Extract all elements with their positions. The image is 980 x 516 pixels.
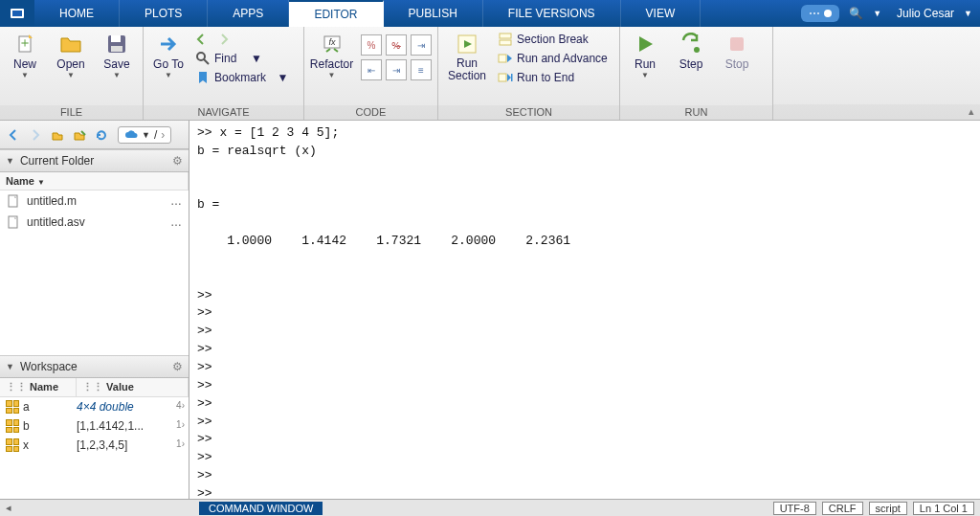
svg-rect-11 bbox=[500, 34, 511, 38]
svg-text:fx: fx bbox=[328, 37, 336, 47]
workspace-var-list: a4×4 double4›b[1,1.4142,1...1›x[1,2,3,4,… bbox=[0, 397, 189, 480]
cloud-path[interactable]: ▼ / › bbox=[118, 126, 171, 144]
nav-refresh-icon[interactable] bbox=[92, 125, 111, 145]
file-row[interactable]: untitled.m… bbox=[0, 191, 189, 212]
command-window[interactable]: >> x = [1 2 3 4 5]; b = realsqrt (x) b =… bbox=[189, 121, 980, 499]
code-btn-5[interactable]: ⇥ bbox=[386, 59, 407, 80]
tab-publish[interactable]: PUBLISH bbox=[384, 0, 483, 27]
tab-apps[interactable]: APPS bbox=[208, 0, 289, 27]
ribbon-collapse-icon[interactable]: ▴ bbox=[969, 105, 974, 117]
tab-home[interactable]: HOME bbox=[34, 0, 120, 27]
search-icon[interactable]: 🔍 bbox=[849, 7, 863, 20]
svg-rect-15 bbox=[511, 74, 513, 81]
svg-rect-12 bbox=[500, 40, 511, 45]
tab-plots[interactable]: PLOTS bbox=[120, 0, 208, 27]
variable-icon bbox=[6, 419, 19, 433]
svg-rect-17 bbox=[730, 37, 744, 51]
nav-forward-icon[interactable] bbox=[26, 125, 45, 145]
svg-rect-14 bbox=[499, 74, 506, 81]
goto-button[interactable]: Go To▼ bbox=[149, 31, 188, 81]
code-btn-3[interactable]: ⇥ bbox=[411, 34, 432, 56]
status-bar: ◂ COMMAND WINDOW UTF-8 CRLF script Ln 1 … bbox=[0, 499, 980, 516]
variable-icon bbox=[6, 438, 19, 452]
var-value: 4×4 double bbox=[77, 400, 169, 414]
status-position[interactable]: Ln 1 Col 1 bbox=[913, 502, 974, 515]
open-button[interactable]: Open▼ bbox=[52, 31, 90, 81]
code-btn-6[interactable]: ≡ bbox=[411, 59, 432, 80]
find-button[interactable]: Find ▼ bbox=[195, 50, 288, 67]
var-name: x bbox=[23, 438, 29, 452]
workspace-row[interactable]: a4×4 double4› bbox=[0, 397, 189, 416]
status-eol[interactable]: CRLF bbox=[822, 502, 863, 515]
collapse-icon[interactable]: ▼ bbox=[6, 156, 14, 166]
svg-rect-1 bbox=[12, 11, 22, 16]
svg-text:＋: ＋ bbox=[18, 34, 32, 50]
svg-point-16 bbox=[694, 47, 700, 53]
run-section-button[interactable]: Run Section bbox=[444, 31, 490, 84]
user-dropdown[interactable]: ▼ bbox=[964, 9, 972, 18]
var-name: a bbox=[23, 400, 30, 414]
variable-icon bbox=[6, 400, 19, 414]
workspace-header[interactable]: ▼ Workspace ⚙ bbox=[0, 355, 189, 378]
var-name: b bbox=[23, 419, 30, 433]
search-dropdown[interactable]: ▼ bbox=[873, 9, 881, 18]
nav-folder-icon[interactable] bbox=[70, 125, 89, 145]
run-button[interactable]: Run▼ bbox=[626, 31, 664, 81]
gear-icon[interactable]: ⚙ bbox=[172, 154, 183, 168]
scroll-left-icon[interactable]: ◂ bbox=[0, 502, 17, 514]
file-name: untitled.m bbox=[27, 194, 77, 208]
file-name: untitled.asv bbox=[27, 215, 85, 229]
code-btn-2[interactable]: %̶ bbox=[386, 34, 407, 56]
bookmark-button[interactable]: Bookmark ▼ bbox=[195, 69, 288, 86]
file-row[interactable]: untitled.asv… bbox=[0, 212, 189, 233]
var-dim: 1› bbox=[169, 419, 189, 433]
refactor-button[interactable]: fx Refactor▼ bbox=[310, 31, 353, 81]
command-window-tab[interactable]: COMMAND WINDOW bbox=[199, 502, 323, 515]
ribbon: ＋ New▼ Open▼ Save▼ FILE Go To▼ bbox=[0, 27, 980, 121]
ws-col-name[interactable]: ⋮⋮ Name bbox=[0, 378, 77, 396]
svg-rect-6 bbox=[111, 46, 122, 52]
save-button[interactable]: Save▼ bbox=[98, 31, 136, 81]
group-file-label: FILE bbox=[0, 105, 143, 120]
run-and-advance-button[interactable]: Run and Advance bbox=[498, 50, 608, 67]
file-more-icon[interactable]: … bbox=[170, 194, 183, 208]
nav-arrows[interactable] bbox=[195, 31, 288, 48]
group-run-label: RUN bbox=[620, 105, 772, 120]
run-to-end-button[interactable]: Run to End bbox=[498, 69, 608, 86]
tab-view[interactable]: VIEW bbox=[621, 0, 702, 27]
section-break-button[interactable]: Section Break bbox=[498, 31, 608, 48]
file-list: untitled.m…untitled.asv… bbox=[0, 191, 189, 273]
nav-up-icon[interactable] bbox=[48, 125, 67, 145]
var-value: [1,1.4142,1... bbox=[77, 419, 169, 433]
more-menu[interactable]: ⋯ bbox=[801, 5, 839, 22]
gear-icon[interactable]: ⚙ bbox=[172, 360, 183, 373]
cf-col-name[interactable]: Name ▼ bbox=[0, 172, 189, 190]
tab-file-versions[interactable]: FILE VERSIONS bbox=[483, 0, 621, 27]
group-section-label: SECTION bbox=[438, 105, 619, 120]
tab-editor[interactable]: EDITOR bbox=[289, 0, 383, 27]
workspace-row[interactable]: x[1,2,3,4,5]1› bbox=[0, 436, 189, 455]
stop-button[interactable]: Stop bbox=[718, 31, 756, 73]
step-button[interactable]: Step bbox=[672, 31, 710, 73]
collapse-icon[interactable]: ▼ bbox=[6, 362, 14, 371]
current-folder-header[interactable]: ▼ Current Folder ⚙ bbox=[0, 149, 189, 172]
new-button[interactable]: ＋ New▼ bbox=[6, 31, 44, 81]
group-code-label: CODE bbox=[304, 105, 437, 120]
nav-back-icon[interactable] bbox=[4, 125, 23, 145]
file-icon bbox=[6, 214, 21, 230]
status-encoding[interactable]: UTF-8 bbox=[773, 502, 816, 515]
file-icon bbox=[6, 193, 21, 209]
user-name[interactable]: Julio Cesar bbox=[897, 7, 954, 20]
matlab-logo-icon bbox=[0, 0, 34, 27]
file-more-icon[interactable]: … bbox=[170, 215, 183, 229]
status-type[interactable]: script bbox=[869, 502, 907, 515]
nav-toolbar: ▼ / › bbox=[0, 121, 189, 149]
code-btn-4[interactable]: ⇤ bbox=[361, 59, 382, 80]
group-navigate-label: NAVIGATE bbox=[144, 105, 303, 120]
ws-col-value[interactable]: ⋮⋮ Value bbox=[77, 378, 189, 396]
svg-point-7 bbox=[197, 53, 205, 60]
var-value: [1,2,3,4,5] bbox=[77, 438, 169, 452]
code-btn-1[interactable]: % bbox=[361, 34, 382, 56]
svg-rect-13 bbox=[499, 55, 506, 62]
workspace-row[interactable]: b[1,1.4142,1...1› bbox=[0, 416, 189, 436]
